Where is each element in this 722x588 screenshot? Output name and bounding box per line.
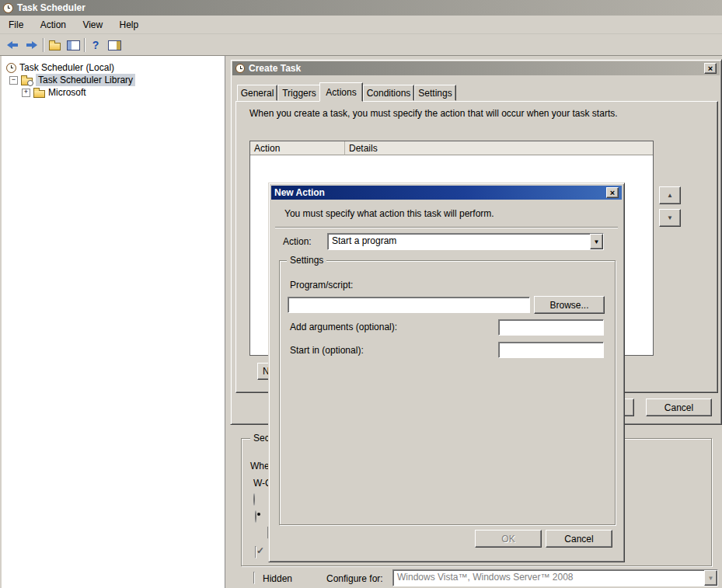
tree-library-label[interactable]: Task Scheduler Library xyxy=(36,74,135,86)
help-button[interactable] xyxy=(87,37,104,53)
tab-triggers-label: Triggers xyxy=(282,88,316,99)
tree-item-library[interactable]: − Task Scheduler Library xyxy=(9,74,135,86)
run-when-logged-on-radio[interactable] xyxy=(253,493,255,506)
task-scheduler-app-icon xyxy=(3,3,13,13)
highest-privileges-checkbox[interactable] xyxy=(255,546,256,558)
hidden-label: Hidden xyxy=(263,573,292,584)
tree-item-microsoft[interactable]: + Microsoft xyxy=(22,86,86,99)
close-icon: × xyxy=(610,188,615,197)
forward-button[interactable] xyxy=(23,37,40,53)
new-action-ok-label: OK xyxy=(501,534,514,545)
action-combobox-value: Start a program xyxy=(328,234,590,249)
tab-actions-label: Actions xyxy=(326,87,356,98)
help-icon xyxy=(89,40,102,51)
forward-icon xyxy=(26,41,37,49)
start-in-label: Start in (optional): xyxy=(290,345,364,356)
tab-triggers[interactable]: Triggers xyxy=(277,85,321,101)
menu-action[interactable]: Action xyxy=(33,17,73,33)
action-pane-icon xyxy=(108,40,121,50)
browse-button-label: Browse... xyxy=(549,300,588,311)
microsoft-folder-icon xyxy=(33,90,45,98)
new-action-close-button[interactable]: × xyxy=(606,187,619,198)
create-task-cancel-button[interactable]: Cancel xyxy=(646,398,712,416)
browse-button[interactable]: Browse... xyxy=(534,296,605,314)
program-script-input[interactable] xyxy=(288,297,530,313)
actions-tab-description: When you create a task, you must specify… xyxy=(249,108,704,119)
main-window-title: Task Scheduler xyxy=(17,2,85,13)
add-arguments-input[interactable] xyxy=(498,319,604,336)
tab-settings[interactable]: Settings xyxy=(414,85,456,101)
tab-general-label: General xyxy=(241,88,274,99)
new-action-titlebar: New Action × xyxy=(271,186,622,200)
configure-for-value: Windows Vista™, Windows Server™ 2008 xyxy=(393,570,704,586)
program-script-label: Program/script: xyxy=(290,280,353,291)
menu-help[interactable]: Help xyxy=(113,17,146,33)
export-list-button[interactable] xyxy=(46,37,63,53)
toolbar-separator xyxy=(84,38,85,52)
arrow-down-icon: ▼ xyxy=(667,214,673,221)
collapse-expander-icon[interactable]: − xyxy=(9,76,18,85)
close-icon: × xyxy=(708,64,713,73)
tab-general[interactable]: General xyxy=(237,85,277,101)
tab-conditions-label: Conditions xyxy=(367,88,411,99)
move-up-button[interactable]: ▲ xyxy=(659,186,681,204)
menu-bar: File Action View Help xyxy=(0,17,722,34)
toolbar xyxy=(0,35,722,56)
add-arguments-label: Add arguments (optional): xyxy=(290,322,397,332)
column-header-details[interactable]: Details xyxy=(345,141,653,155)
column-header-details-label: Details xyxy=(349,143,378,154)
column-header-action[interactable]: Action xyxy=(250,141,345,155)
hidden-checkbox[interactable] xyxy=(253,572,255,584)
create-task-icon xyxy=(235,64,245,73)
console-tree-pane: Task Scheduler (Local) − Task Scheduler … xyxy=(2,56,225,588)
tab-conditions[interactable]: Conditions xyxy=(363,85,414,101)
action-label: Action: xyxy=(283,236,312,247)
tab-actions[interactable]: Actions xyxy=(319,82,363,102)
tree-microsoft-label[interactable]: Microsoft xyxy=(48,87,86,98)
tree-root-label[interactable]: Task Scheduler (Local) xyxy=(19,62,114,73)
menu-file[interactable]: File xyxy=(2,17,30,33)
console-tree-button[interactable] xyxy=(65,37,82,53)
column-header-action-label: Action xyxy=(254,143,280,154)
move-down-button[interactable]: ▼ xyxy=(659,209,681,227)
account-instruction-label: Whe xyxy=(250,461,270,471)
chevron-down-icon: ▼ xyxy=(594,238,600,245)
configure-for-label: Configure for: xyxy=(326,573,383,584)
create-task-titlebar: Create Task × xyxy=(232,61,720,75)
tree-item-root[interactable]: Task Scheduler (Local) xyxy=(6,61,114,74)
new-action-cancel-button[interactable]: Cancel xyxy=(546,530,612,548)
task-scheduler-node-icon xyxy=(6,63,16,73)
new-action-description: You must specify what action this task w… xyxy=(284,208,494,219)
create-task-close-button[interactable]: × xyxy=(704,63,717,74)
expand-expander-icon[interactable]: + xyxy=(22,89,30,97)
configure-for-dropdown-button[interactable]: ▼ xyxy=(704,570,717,586)
new-action-ok-button[interactable]: OK xyxy=(475,530,542,548)
back-button[interactable] xyxy=(4,37,21,53)
toolbar-separator xyxy=(43,38,44,52)
start-in-input[interactable] xyxy=(498,342,604,358)
action-dropdown-button[interactable]: ▼ xyxy=(590,234,603,249)
header-separator xyxy=(275,227,618,228)
run-whether-logged-on-radio[interactable] xyxy=(255,510,256,523)
tab-settings-label: Settings xyxy=(418,88,452,99)
new-action-dialog: New Action × You must specify what actio… xyxy=(268,183,625,562)
folder-icon xyxy=(49,43,61,50)
new-action-title: New Action xyxy=(274,187,325,198)
main-window-titlebar: Task Scheduler xyxy=(0,0,722,16)
chevron-down-icon: ▼ xyxy=(708,575,714,582)
settings-group-label: Settings xyxy=(287,255,326,266)
screen: Task Scheduler File Action View Help Tas… xyxy=(0,0,722,588)
create-task-cancel-label: Cancel xyxy=(664,402,693,413)
configure-for-combobox[interactable]: Windows Vista™, Windows Server™ 2008 ▼ xyxy=(392,569,718,586)
library-folder-icon xyxy=(21,78,33,85)
menu-view[interactable]: View xyxy=(75,17,110,33)
action-pane-button[interactable] xyxy=(106,37,123,53)
console-tree-icon xyxy=(67,40,80,50)
arrow-up-icon: ▲ xyxy=(667,192,673,199)
action-combobox[interactable]: Start a program ▼ xyxy=(327,233,604,250)
back-icon xyxy=(7,41,19,49)
create-task-title: Create Task xyxy=(249,63,301,74)
new-action-cancel-label: Cancel xyxy=(564,534,593,545)
